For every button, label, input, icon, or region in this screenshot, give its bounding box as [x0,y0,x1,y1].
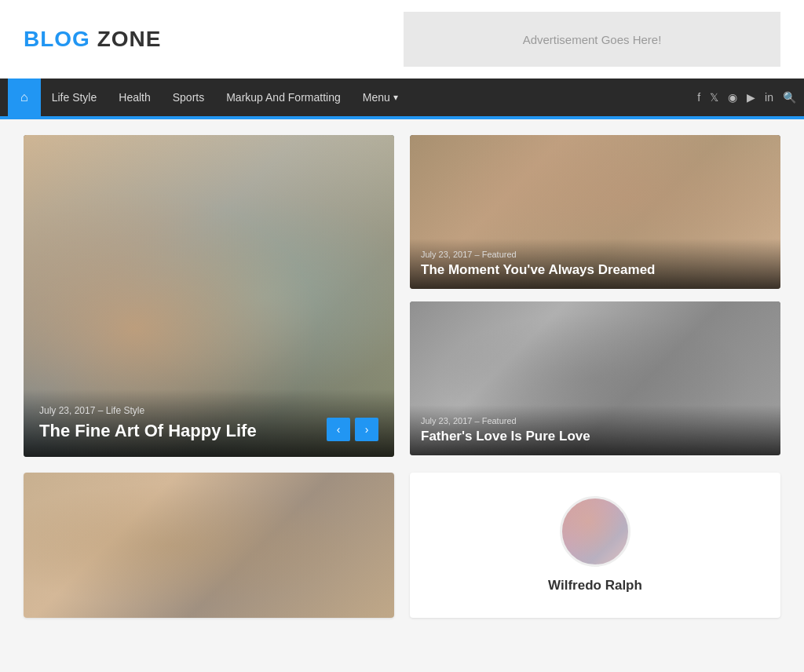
right-articles: July 23, 2017 – Featured The Moment You'… [410,135,780,457]
bottom-card-image [24,473,394,618]
ad-banner: Advertisement Goes Here! [404,12,780,67]
article-card-top[interactable]: July 23, 2017 – Featured The Moment You'… [410,135,780,289]
card-top-meta: July 23, 2017 – Featured [421,250,769,259]
featured-main-article[interactable]: July 23, 2017 – Life Style The Fine Art … [24,135,394,457]
card-bottom-overlay: July 23, 2017 – Featured Father's Love I… [410,405,780,455]
top-content-grid: July 23, 2017 – Life Style The Fine Art … [24,135,780,457]
twitter-icon[interactable]: 𝕏 [710,91,718,104]
nav-home-button[interactable]: ⌂ [8,79,41,116]
youtube-icon[interactable]: ▶ [747,91,755,104]
slider-prev-button[interactable]: ‹ [327,418,350,441]
nav-item-menu[interactable]: Menu ▾ [352,79,409,116]
card-top-title: The Moment You've Always Dreamed [421,262,769,278]
slider-controls: ‹ › [327,418,378,441]
card-top-overlay: July 23, 2017 – Featured The Moment You'… [410,239,780,289]
author-name: Wilfredo Ralph [548,578,642,593]
nav-item-sports[interactable]: Sports [162,79,215,116]
nav-item-health[interactable]: Health [108,79,161,116]
author-avatar [560,496,630,567]
main-content: July 23, 2017 – Life Style The Fine Art … [0,119,804,634]
linkedin-icon[interactable]: in [765,91,773,104]
search-icon[interactable]: 🔍 [783,91,796,104]
site-header: BLOG ZONE Advertisement Goes Here! [0,0,804,79]
logo-zone: ZONE [90,27,162,51]
bottom-content-grid: Wilfredo Ralph [24,473,780,618]
bottom-article-card[interactable] [24,473,394,618]
facebook-icon[interactable]: f [697,91,700,104]
navbar: ⌂ Life Style Health Sports Markup And Fo… [0,79,804,116]
nav-left: ⌂ Life Style Health Sports Markup And Fo… [8,79,409,116]
site-logo[interactable]: BLOG ZONE [24,27,161,52]
logo-blog: BLOG [24,27,90,51]
article-card-bottom[interactable]: July 23, 2017 – Featured Father's Love I… [410,301,780,455]
chevron-right-icon: › [365,423,369,436]
author-widget: Wilfredo Ralph [410,473,780,618]
chevron-left-icon: ‹ [337,423,341,436]
featured-main-meta: July 23, 2017 – Life Style [39,405,378,416]
nav-social-icons: f 𝕏 ◉ ▶ in 🔍 [697,91,796,104]
instagram-icon[interactable]: ◉ [728,91,737,104]
nav-item-lifestyle[interactable]: Life Style [41,79,108,116]
card-bottom-meta: July 23, 2017 – Featured [421,416,769,425]
chevron-down-icon: ▾ [393,92,398,103]
nav-item-markup[interactable]: Markup And Formatting [215,79,352,116]
card-bottom-title: Father's Love Is Pure Love [421,429,769,444]
home-icon: ⌂ [20,90,28,104]
slider-next-button[interactable]: › [355,418,378,441]
